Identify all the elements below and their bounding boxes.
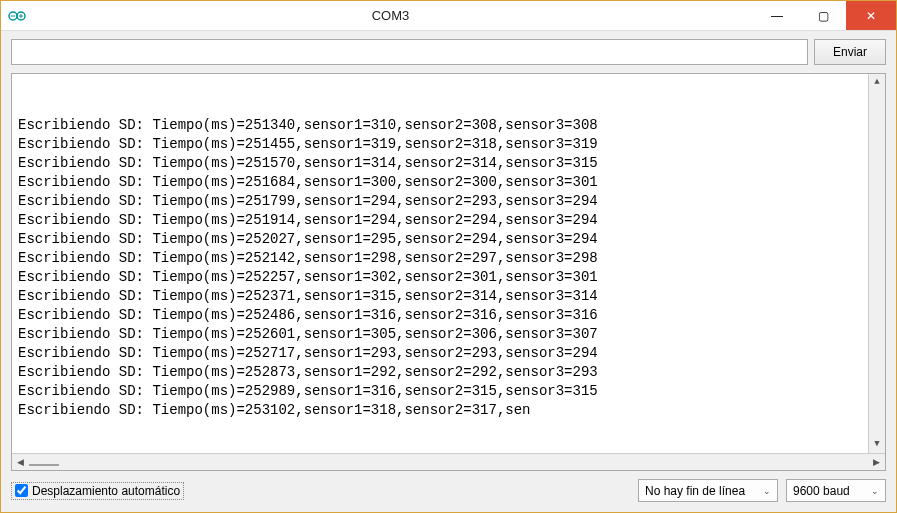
horizontal-scrollbar[interactable]: ◀ ▶ — [12, 453, 885, 470]
console-line: Escribiendo SD: Tiempo(ms)=253102,sensor… — [18, 401, 879, 420]
serial-monitor-window: COM3 — ▢ ✕ Enviar Escribiendo SD: Tiempo… — [0, 0, 897, 513]
vertical-scrollbar[interactable]: ▲ ▼ — [868, 74, 885, 453]
autoscroll-checkbox-wrap[interactable]: Desplazamiento automático — [11, 482, 184, 500]
window-controls: — ▢ ✕ — [754, 1, 896, 30]
console-line: Escribiendo SD: Tiempo(ms)=251340,sensor… — [18, 116, 879, 135]
minimize-button[interactable]: — — [754, 1, 800, 30]
console-line: Escribiendo SD: Tiempo(ms)=252027,sensor… — [18, 230, 879, 249]
console-line: Escribiendo SD: Tiempo(ms)=252873,sensor… — [18, 363, 879, 382]
titlebar: COM3 — ▢ ✕ — [1, 1, 896, 31]
console-line: Escribiendo SD: Tiempo(ms)=251914,sensor… — [18, 211, 879, 230]
scroll-right-icon[interactable]: ▶ — [868, 454, 885, 471]
arduino-icon — [7, 6, 27, 26]
console-line: Escribiendo SD: Tiempo(ms)=251570,sensor… — [18, 154, 879, 173]
chevron-down-icon: ⌄ — [763, 486, 771, 496]
hscroll-thumb[interactable] — [29, 464, 59, 466]
baud-rate-value: 9600 baud — [793, 484, 850, 498]
console-line: Escribiendo SD: Tiempo(ms)=252142,sensor… — [18, 249, 879, 268]
close-button[interactable]: ✕ — [846, 1, 896, 30]
autoscroll-label: Desplazamiento automático — [32, 484, 180, 498]
console-line: Escribiendo SD: Tiempo(ms)=251455,sensor… — [18, 135, 879, 154]
maximize-button[interactable]: ▢ — [800, 1, 846, 30]
console-line: Escribiendo SD: Tiempo(ms)=252257,sensor… — [18, 268, 879, 287]
baud-rate-select[interactable]: 9600 baud ⌄ — [786, 479, 886, 502]
line-ending-value: No hay fin de línea — [645, 484, 745, 498]
send-toolbar: Enviar — [1, 31, 896, 73]
console-line: Escribiendo SD: Tiempo(ms)=252601,sensor… — [18, 325, 879, 344]
scroll-left-icon[interactable]: ◀ — [12, 454, 29, 471]
chevron-down-icon: ⌄ — [871, 486, 879, 496]
autoscroll-checkbox[interactable] — [15, 484, 28, 497]
console-line: Escribiendo SD: Tiempo(ms)=252717,sensor… — [18, 344, 879, 363]
window-title: COM3 — [27, 8, 754, 23]
console-line: Escribiendo SD: Tiempo(ms)=251684,sensor… — [18, 173, 879, 192]
scroll-down-icon[interactable]: ▼ — [869, 436, 886, 453]
line-ending-select[interactable]: No hay fin de línea ⌄ — [638, 479, 778, 502]
console-output[interactable]: Escribiendo SD: Tiempo(ms)=251340,sensor… — [12, 74, 885, 453]
console-panel: Escribiendo SD: Tiempo(ms)=251340,sensor… — [11, 73, 886, 471]
console-line: Escribiendo SD: Tiempo(ms)=252486,sensor… — [18, 306, 879, 325]
send-button[interactable]: Enviar — [814, 39, 886, 65]
status-bar: Desplazamiento automático No hay fin de … — [1, 473, 896, 512]
console-line: Escribiendo SD: Tiempo(ms)=251799,sensor… — [18, 192, 879, 211]
console-line: Escribiendo SD: Tiempo(ms)=252989,sensor… — [18, 382, 879, 401]
scroll-up-icon[interactable]: ▲ — [869, 74, 886, 91]
serial-input[interactable] — [11, 39, 808, 65]
console-line: Escribiendo SD: Tiempo(ms)=252371,sensor… — [18, 287, 879, 306]
